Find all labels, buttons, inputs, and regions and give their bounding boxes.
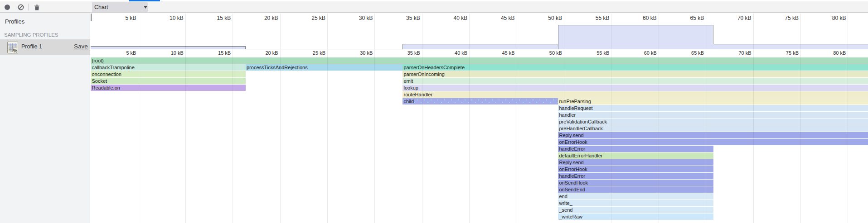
svg-text:%: % (13, 48, 18, 53)
